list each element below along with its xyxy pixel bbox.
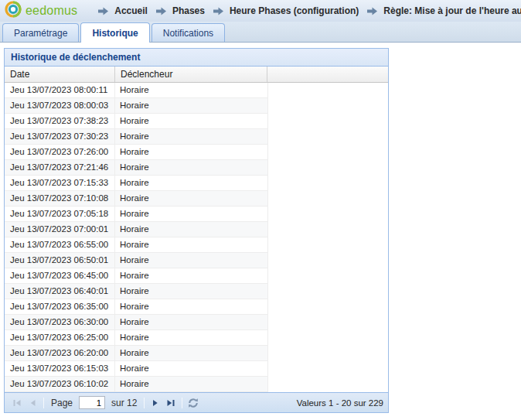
table-row[interactable]: Jeu 13/07/2023 06:40:01 Horaire bbox=[5, 284, 268, 299]
cell-date: Jeu 13/07/2023 08:00:11 bbox=[5, 83, 115, 97]
table-row[interactable]: Jeu 13/07/2023 06:45:00 Horaire bbox=[5, 268, 268, 284]
cell-trigger: Horaire bbox=[115, 145, 267, 159]
toolbar-separator bbox=[144, 398, 145, 408]
table-body: Jeu 13/07/2023 08:00:11 Horaire Jeu 13/0… bbox=[5, 83, 388, 392]
cell-date: Jeu 13/07/2023 06:20:00 bbox=[5, 346, 115, 360]
cell-trigger: Horaire bbox=[115, 191, 267, 206]
breadcrumb-arrow-icon bbox=[213, 6, 224, 16]
tab-strip: Paramétrage Historique Notifications bbox=[0, 22, 521, 43]
cell-trigger: Horaire bbox=[115, 83, 267, 97]
breadcrumb: Accueil Phases Heure Phases (configurati… bbox=[90, 5, 521, 16]
table-row[interactable]: Jeu 13/07/2023 06:30:00 Horaire bbox=[5, 315, 268, 330]
history-panel: Historique de déclenchement Date Déclenc… bbox=[4, 48, 389, 413]
logo-text: eedomus bbox=[26, 4, 77, 18]
cell-trigger: Horaire bbox=[115, 207, 267, 221]
table-row[interactable]: Jeu 13/07/2023 06:20:00 Horaire bbox=[5, 346, 268, 361]
grid-header: Date Déclencheur bbox=[5, 67, 388, 83]
eedomus-logo-icon bbox=[5, 1, 22, 21]
cell-trigger: Horaire bbox=[115, 346, 267, 360]
cell-date: Jeu 13/07/2023 06:40:01 bbox=[5, 284, 115, 299]
last-page-button[interactable] bbox=[163, 395, 179, 411]
content-area: Historique de déclenchement Date Déclenc… bbox=[0, 43, 521, 413]
panel-title: Historique de déclenchement bbox=[11, 52, 140, 63]
cell-date: Jeu 13/07/2023 07:38:23 bbox=[5, 114, 115, 128]
cell-date: Jeu 13/07/2023 06:35:00 bbox=[5, 299, 115, 314]
first-page-button[interactable] bbox=[9, 395, 25, 411]
breadcrumb-item-phases[interactable]: Phases bbox=[148, 5, 205, 16]
page-number-input[interactable] bbox=[79, 396, 105, 409]
table-row[interactable]: Jeu 13/07/2023 08:00:03 Horaire bbox=[5, 98, 268, 114]
cell-date: Jeu 13/07/2023 06:10:02 bbox=[5, 377, 115, 391]
tab-historique[interactable]: Historique bbox=[80, 22, 149, 43]
refresh-button[interactable] bbox=[186, 395, 201, 411]
cell-date: Jeu 13/07/2023 08:00:03 bbox=[5, 98, 115, 113]
table-row[interactable]: Jeu 13/07/2023 07:26:00 Horaire bbox=[5, 145, 268, 160]
cell-date: Jeu 13/07/2023 07:21:46 bbox=[5, 160, 115, 175]
cell-date: Jeu 13/07/2023 07:15:33 bbox=[5, 176, 115, 190]
cell-trigger: Horaire bbox=[115, 315, 267, 330]
app-header: eedomus Accueil Phases Heure Phases (con… bbox=[0, 0, 521, 22]
column-header-empty bbox=[267, 67, 388, 82]
toolbar-separator bbox=[182, 398, 182, 408]
cell-date: Jeu 13/07/2023 06:55:00 bbox=[5, 237, 115, 252]
table-row[interactable]: Jeu 13/07/2023 06:35:00 Horaire bbox=[5, 299, 268, 315]
cell-trigger: Horaire bbox=[115, 284, 267, 299]
table-row[interactable]: Jeu 13/07/2023 06:50:01 Horaire bbox=[5, 253, 268, 268]
cell-date: Jeu 13/07/2023 06:50:01 bbox=[5, 253, 115, 268]
cell-trigger: Horaire bbox=[115, 377, 267, 391]
table-row[interactable]: Jeu 13/07/2023 06:10:02 Horaire bbox=[5, 377, 268, 392]
breadcrumb-arrow-icon bbox=[155, 6, 167, 16]
table-row[interactable]: Jeu 13/07/2023 06:15:03 Horaire bbox=[5, 361, 268, 377]
breadcrumb-arrow-icon bbox=[97, 6, 109, 16]
values-summary: Valeurs 1 - 20 sur 229 bbox=[297, 398, 383, 408]
cell-trigger: Horaire bbox=[115, 361, 267, 376]
breadcrumb-item-regle[interactable]: Règle: Mise à jour de l'heure au format … bbox=[359, 5, 521, 16]
cell-date: Jeu 13/07/2023 06:15:03 bbox=[5, 361, 115, 376]
cell-date: Jeu 13/07/2023 07:30:23 bbox=[5, 129, 115, 144]
cell-date: Jeu 13/07/2023 06:45:00 bbox=[5, 268, 115, 283]
breadcrumb-arrow-icon bbox=[366, 6, 378, 16]
toolbar-separator bbox=[43, 398, 44, 408]
page-of-label: sur 12 bbox=[111, 398, 137, 408]
eedomus-logo[interactable]: eedomus bbox=[5, 1, 77, 21]
cell-trigger: Horaire bbox=[115, 176, 267, 190]
next-page-button[interactable] bbox=[148, 395, 163, 411]
table-row[interactable]: Jeu 13/07/2023 07:38:23 Horaire bbox=[5, 114, 268, 129]
page-label: Page bbox=[51, 398, 73, 408]
table-row[interactable]: Jeu 13/07/2023 07:05:18 Horaire bbox=[5, 207, 268, 222]
cell-trigger: Horaire bbox=[115, 268, 267, 283]
tab-parametrage[interactable]: Paramétrage bbox=[2, 23, 79, 42]
table-row[interactable]: Jeu 13/07/2023 07:15:33 Horaire bbox=[5, 176, 268, 191]
cell-trigger: Horaire bbox=[115, 98, 267, 113]
cell-trigger: Horaire bbox=[115, 253, 267, 268]
cell-date: Jeu 13/07/2023 07:00:01 bbox=[5, 222, 115, 237]
panel-header: Historique de déclenchement bbox=[5, 49, 388, 67]
breadcrumb-item-accueil[interactable]: Accueil bbox=[90, 5, 148, 16]
cell-trigger: Horaire bbox=[115, 237, 267, 252]
paging-toolbar: Page sur 12 Valeurs 1 - 20 sur 229 bbox=[5, 392, 388, 412]
table-row[interactable]: Jeu 13/07/2023 07:30:23 Horaire bbox=[5, 129, 268, 145]
cell-trigger: Horaire bbox=[115, 330, 267, 345]
cell-date: Jeu 13/07/2023 06:30:00 bbox=[5, 315, 115, 330]
table-row[interactable]: Jeu 13/07/2023 07:21:46 Horaire bbox=[5, 160, 268, 176]
breadcrumb-item-heure-phases[interactable]: Heure Phases (configuration) bbox=[205, 5, 359, 16]
prev-page-button[interactable] bbox=[25, 395, 40, 411]
cell-trigger: Horaire bbox=[115, 114, 267, 128]
cell-trigger: Horaire bbox=[115, 160, 267, 175]
cell-date: Jeu 13/07/2023 07:10:08 bbox=[5, 191, 115, 206]
table-row[interactable]: Jeu 13/07/2023 06:25:00 Horaire bbox=[5, 330, 268, 346]
column-header-declencheur[interactable]: Déclencheur bbox=[115, 67, 267, 82]
tab-notifications[interactable]: Notifications bbox=[152, 23, 225, 42]
table-row[interactable]: Jeu 13/07/2023 07:00:01 Horaire bbox=[5, 222, 268, 237]
cell-date: Jeu 13/07/2023 06:25:00 bbox=[5, 330, 115, 345]
table-row[interactable]: Jeu 13/07/2023 06:55:00 Horaire bbox=[5, 237, 268, 253]
cell-date: Jeu 13/07/2023 07:05:18 bbox=[5, 207, 115, 221]
table-row[interactable]: Jeu 13/07/2023 08:00:11 Horaire bbox=[5, 83, 268, 98]
cell-trigger: Horaire bbox=[115, 222, 267, 237]
cell-trigger: Horaire bbox=[115, 299, 267, 314]
column-header-date[interactable]: Date bbox=[5, 67, 115, 82]
table-row[interactable]: Jeu 13/07/2023 07:10:08 Horaire bbox=[5, 191, 268, 207]
cell-trigger: Horaire bbox=[115, 129, 267, 144]
cell-date: Jeu 13/07/2023 07:26:00 bbox=[5, 145, 115, 159]
